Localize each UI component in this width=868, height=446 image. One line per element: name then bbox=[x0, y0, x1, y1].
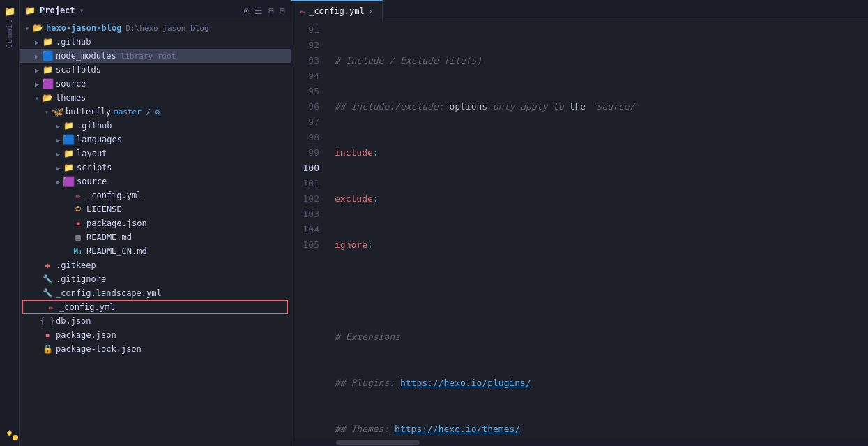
settings-icon[interactable]: ⊙ bbox=[244, 6, 250, 16]
line-num-95: 95 bbox=[291, 84, 319, 99]
tree-item-github1[interactable]: ▶ 📁 .github bbox=[20, 35, 291, 49]
folder-root-icon: 📂 bbox=[32, 22, 43, 34]
tree-item-readme[interactable]: ▤ README.md bbox=[20, 230, 291, 244]
line-num-93: 93 bbox=[291, 53, 319, 68]
tree-item-layout[interactable]: ▶ 📁 layout bbox=[20, 147, 291, 161]
layout-label: layout bbox=[77, 149, 107, 158]
line-num-98: 98 bbox=[291, 130, 319, 145]
languages-label: languages bbox=[77, 135, 122, 144]
tree-item-github2[interactable]: ▶ 📁 .github bbox=[20, 119, 291, 133]
code-line-92: ## include:/exclude: options only apply … bbox=[335, 99, 860, 114]
tree-item-config-landscape[interactable]: 🔧 _config.landscape.yml bbox=[20, 286, 291, 300]
line-num-100: 100 bbox=[291, 161, 319, 176]
activity-commit[interactable]: Commit bbox=[1, 25, 18, 42]
tree-item-gitkeep[interactable]: ◆ .gitkeep bbox=[20, 258, 291, 272]
sidebar: 📁 Project ▾ ⊙ ☰ ⊞ ⊟ ▾ 📂 hexo-jason-blog … bbox=[20, 0, 291, 446]
tree-item-source2[interactable]: ▶ 🟪 source bbox=[20, 174, 291, 188]
code-line-91: # Include / Exclude file(s) bbox=[335, 53, 860, 68]
scripts-label: scripts bbox=[77, 163, 112, 172]
line-num-97: 97 bbox=[291, 114, 319, 130]
code-line-95: ignore: bbox=[335, 237, 860, 253]
tree-item-package-json[interactable]: ▪ package.json bbox=[20, 328, 291, 342]
tree-item-package-lock[interactable]: 🔒 package-lock.json bbox=[20, 342, 291, 356]
tree-item-db-json[interactable]: { } db.json bbox=[20, 314, 291, 328]
node-modules-icon: 🟦 bbox=[42, 50, 53, 61]
activity-bar: 📁 Commit ◆ bbox=[0, 0, 20, 446]
github2-label: .github bbox=[77, 121, 112, 131]
tab-yaml-icon: ✏ bbox=[300, 6, 305, 16]
arrow-scaffolds: ▶ bbox=[32, 66, 42, 74]
minimize-icon[interactable]: ⊟ bbox=[280, 6, 285, 16]
folder-scripts-icon: 📁 bbox=[63, 162, 74, 173]
sidebar-actions: ⊙ ☰ ⊞ ⊟ bbox=[244, 6, 285, 16]
yaml-landscape-icon: 🔧 bbox=[42, 288, 53, 299]
activity-project[interactable]: 📁 bbox=[1, 3, 18, 20]
line-num-92: 92 bbox=[291, 38, 319, 53]
folder-themes-icon: 📂 bbox=[42, 92, 53, 103]
code-line-98: ## Plugins: https://hexo.io/plugins/ bbox=[335, 376, 860, 391]
colon-ignore: : bbox=[367, 239, 373, 250]
menu-icon[interactable]: ☰ bbox=[254, 6, 263, 16]
source-label: source bbox=[56, 79, 86, 89]
readme-icon: ▤ bbox=[73, 232, 84, 243]
root-path: D:\hexo-jason-blog bbox=[125, 24, 208, 33]
tree-item-gitignore[interactable]: 🔧 .gitignore bbox=[20, 272, 291, 286]
colon-include: : bbox=[373, 147, 379, 158]
line-num-99: 99 bbox=[291, 145, 319, 161]
arrow-node-modules: ▶ bbox=[32, 52, 42, 60]
commit-label: Commit bbox=[6, 19, 13, 48]
package-butterfly-icon: ▪ bbox=[73, 218, 84, 229]
readme-cn-label: README_CN.md bbox=[86, 246, 147, 256]
tree-item-themes[interactable]: ▾ 📂 themes bbox=[20, 91, 291, 105]
comment-98a: ## Plugins: bbox=[335, 378, 400, 388]
tree-item-config-main[interactable]: ✏ _config.yml bbox=[22, 300, 288, 314]
line-num-94: 94 bbox=[291, 68, 319, 84]
node-modules-label: node_modules bbox=[56, 51, 116, 61]
comment-92c: 'source/' bbox=[586, 101, 640, 112]
comment-99a: ## Themes: bbox=[335, 424, 395, 434]
line-num-105: 105 bbox=[291, 237, 319, 253]
tree-item-readme-cn[interactable]: M↓ README_CN.md bbox=[20, 244, 291, 258]
key-exclude: exclude bbox=[335, 193, 373, 204]
tree-item-root[interactable]: ▾ 📂 hexo-jason-blog D:\hexo-jason-blog bbox=[20, 21, 291, 35]
activity-bookmark[interactable]: ◆ bbox=[1, 424, 18, 440]
package-lock-icon: 🔒 bbox=[42, 343, 53, 355]
tab-close-button[interactable]: ✕ bbox=[369, 6, 374, 16]
code-line-97: # Extensions bbox=[335, 329, 860, 345]
code-line-99: ## Themes: https://hexo.io/themes/ bbox=[335, 422, 860, 437]
tree-item-license[interactable]: © LICENSE bbox=[20, 202, 291, 216]
config-main-label: _config.yml bbox=[59, 302, 114, 312]
arrow-languages: ▶ bbox=[53, 136, 63, 144]
scrollbar-thumb[interactable] bbox=[336, 440, 420, 445]
gitkeep-label: .gitkeep bbox=[56, 260, 96, 270]
tree-item-source[interactable]: ▶ 🟪 source bbox=[20, 77, 291, 91]
tree-item-package-butterfly[interactable]: ▪ package.json bbox=[20, 216, 291, 230]
tab-config-yml[interactable]: ✏ _config.yml ✕ bbox=[291, 0, 383, 22]
maximize-icon[interactable]: ⊞ bbox=[268, 6, 274, 16]
arrow-source: ▶ bbox=[32, 80, 42, 88]
yaml-main-icon: ✏ bbox=[45, 302, 56, 313]
chevron-down-icon[interactable]: ▾ bbox=[79, 6, 84, 15]
folder-github1-icon: 📁 bbox=[42, 36, 53, 47]
tree-item-node-modules[interactable]: ▶ 🟦 node_modules library root bbox=[20, 49, 291, 63]
tree-item-scripts[interactable]: ▶ 📁 scripts bbox=[20, 161, 291, 174]
tree-item-languages[interactable]: ▶ 🟦 languages bbox=[20, 133, 291, 147]
sidebar-title: 📁 Project ▾ bbox=[25, 6, 84, 15]
tree-item-scaffolds[interactable]: ▶ 📁 scaffolds bbox=[20, 63, 291, 77]
line-num-96: 96 bbox=[291, 99, 319, 114]
editor-content[interactable]: 91 92 93 94 95 96 97 98 99 100 101 102 1… bbox=[291, 22, 868, 439]
package-json-icon: ▪ bbox=[42, 329, 53, 341]
tree-item-butterfly[interactable]: ▾ 🦋 butterfly master / ⊘ bbox=[20, 105, 291, 119]
package-json-label: package.json bbox=[56, 330, 116, 340]
gitignore-icon: 🔧 bbox=[42, 274, 53, 285]
code-line-93: include: bbox=[335, 145, 860, 161]
db-json-label: db.json bbox=[56, 316, 91, 326]
options-text: options bbox=[449, 101, 487, 112]
horizontal-scrollbar[interactable] bbox=[291, 439, 868, 446]
comment-91: # Include / Exclude file(s) bbox=[335, 55, 482, 66]
tree-item-config-butterfly[interactable]: ✏ _config.yml bbox=[20, 188, 291, 202]
arrow-github1: ▶ bbox=[32, 38, 42, 46]
editor-tabs: ✏ _config.yml ✕ bbox=[291, 0, 868, 22]
arrow-root: ▾ bbox=[22, 24, 32, 32]
folder-scaffolds-icon: 📁 bbox=[42, 64, 53, 75]
